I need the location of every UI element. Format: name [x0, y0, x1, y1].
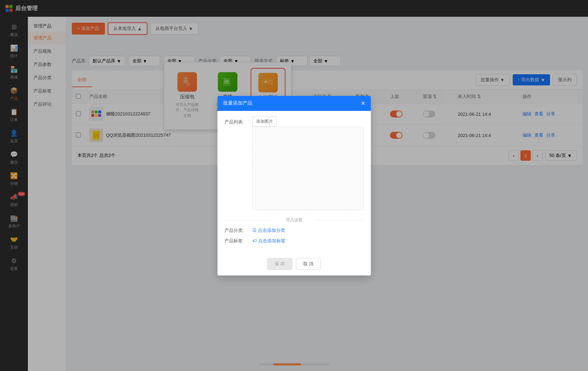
modal-save-button[interactable]: 保 存 [267, 258, 292, 270]
modal-cancel-button[interactable]: 取 消 [296, 258, 321, 270]
modal-body: 产品列表: 添加图片 导入设置 产品分类: ☰ 点击添加分类 产品标签: [217, 111, 371, 254]
tag-add-btn[interactable]: 🏷 点击添加标签 [252, 238, 285, 244]
category-row: 产品分类: ☰ 点击添加分类 [224, 227, 364, 234]
modal-header: 批量添加产品 ✕ [217, 96, 371, 111]
tag-icon: 🏷 [252, 238, 257, 243]
category-settings-label: 产品分类: [224, 227, 249, 234]
product-list-row: 产品列表: 添加图片 [224, 116, 364, 210]
tag-row: 产品标签: 🏷 点击添加标签 [224, 238, 364, 244]
modal-footer: 保 存 取 消 [217, 254, 371, 275]
list-icon: ☰ [252, 228, 257, 233]
import-settings: 产品分类: ☰ 点击添加分类 产品标签: 🏷 点击添加标签 [224, 227, 364, 244]
divider: 导入设置 [224, 214, 364, 226]
modal-close-button[interactable]: ✕ [361, 100, 365, 107]
tag-settings-label: 产品标签: [224, 238, 249, 244]
upload-area[interactable] [252, 127, 364, 210]
product-list-area: 添加图片 [252, 116, 364, 210]
modal-title: 批量添加产品 [223, 100, 252, 106]
category-add-btn[interactable]: ☰ 点击添加分类 [252, 227, 285, 234]
modal-backdrop: 批量添加产品 ✕ 产品列表: 添加图片 导入设置 产品分类: ☰ 点击添加分类 [0, 0, 588, 371]
product-list-label: 产品列表: [224, 116, 249, 125]
batch-add-modal: 批量添加产品 ✕ 产品列表: 添加图片 导入设置 产品分类: ☰ 点击添加分类 [217, 96, 371, 275]
add-img-button[interactable]: 添加图片 [252, 116, 277, 127]
